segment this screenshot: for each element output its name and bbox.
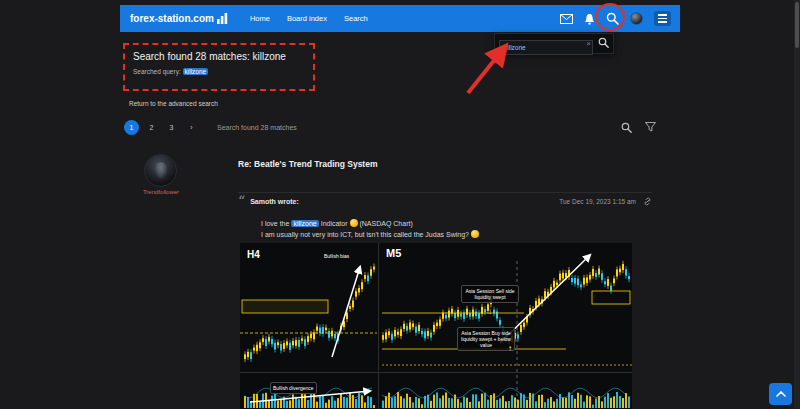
nav-board-index[interactable]: Board index (287, 14, 327, 23)
post-link-icon[interactable] (643, 197, 652, 206)
header-icons (560, 11, 671, 26)
post-body-line-1: I love the killzone Indicator 😍 (NASDAQ … (261, 218, 653, 229)
nav-search[interactable]: Search (344, 14, 368, 23)
down-arrow-marker: ↓ (488, 307, 492, 316)
post-meta-right: Tue Dec 19, 2023 1:15 am (559, 197, 652, 206)
chart-timeframe-label-m5: M5 (386, 247, 401, 259)
scrollbar-thumb[interactable] (795, 2, 799, 48)
grinning-emoji-icon: 😄 (471, 230, 479, 238)
site-logo[interactable]: forex-station.com (130, 13, 228, 24)
scrollbar-track (794, 0, 800, 409)
hamburger-menu-button[interactable] (654, 11, 671, 26)
search-icon[interactable] (606, 12, 619, 25)
post-meta-row: “ Samoth wrote: Tue Dec 19, 2023 1:15 am (238, 197, 652, 206)
searched-query-term: killzone (183, 68, 209, 75)
scroll-to-top-button[interactable] (769, 383, 792, 405)
chart-annotation-bullish-divergence: Bullish divergence (270, 382, 317, 394)
quote-author[interactable]: Samoth wrote: (250, 198, 299, 205)
messages-envelope-icon[interactable] (560, 14, 573, 24)
clear-search-icon[interactable]: × (586, 39, 591, 48)
site-title: forex-station.com (130, 13, 214, 24)
pagination-row: 1 2 3 › Search found 28 matches (124, 115, 676, 139)
nav-home[interactable]: Home (250, 14, 270, 23)
chart-annotation-bullish-bias: Bullish bias (324, 253, 349, 259)
page-next-button[interactable]: › (184, 120, 199, 135)
searched-query-line: Searched query: killzone (133, 68, 305, 75)
page-button-3[interactable]: 3 (164, 120, 179, 135)
results-summary: Search found 28 matches (217, 124, 297, 131)
post-body: I love the killzone Indicator 😍 (NASDAQ … (261, 218, 653, 240)
body-text: Indicator (321, 220, 348, 227)
body-text: I love the (261, 220, 289, 227)
post-divider (238, 192, 652, 193)
up-arrow-marker: ↑ (508, 344, 512, 353)
searched-query-label: Searched query: (133, 68, 181, 75)
top-navigation-bar: forex-station.com Home Board index Searc… (120, 5, 680, 32)
results-search-icon[interactable] (621, 122, 632, 133)
search-input[interactable] (499, 40, 593, 55)
heart-eyes-emoji-icon: 😍 (350, 219, 358, 227)
pagination-icons (621, 122, 656, 133)
popover-search-button[interactable] (598, 36, 609, 51)
search-input-wrap: × (499, 36, 593, 51)
post-title[interactable]: Re: Beatle's Trend Trading System (238, 159, 377, 169)
results-heading: Search found 28 matches: killzone (133, 51, 305, 62)
poster-username[interactable]: Trendfollower (119, 189, 203, 195)
quote-open-icon: “ (238, 197, 245, 206)
poster-avatar[interactable] (144, 154, 177, 187)
highlighted-term: killzone (291, 220, 318, 227)
main-nav: Home Board index Search (250, 14, 368, 23)
search-results-callout: Search found 28 matches: killzone Search… (123, 43, 315, 91)
chevron-up-icon (776, 391, 786, 397)
brand-bars-icon (217, 13, 228, 24)
chart-annotation-sell-liquidity: Asia Session Sell side liquidity swept (461, 285, 519, 303)
body-text: (NASDAQ Chart) (359, 220, 412, 227)
search-submit-icon (598, 37, 609, 48)
chart-timeframe-label-h4: H4 (247, 249, 260, 260)
search-popover: × (494, 33, 614, 54)
post-body-line-2: I am usually not very into ICT, but isn'… (261, 229, 653, 240)
post-timestamp: Tue Dec 19, 2023 1:15 am (559, 198, 636, 205)
notifications-bell-icon[interactable] (584, 13, 595, 25)
advanced-search-link[interactable]: Return to the advanced search (129, 100, 218, 107)
chart-annotation-buy-liquidity: Asia Session Buy side liquidity swept + … (457, 327, 515, 351)
posted-chart-image[interactable]: H4 M5 Bullish bias Bullish divergence As… (240, 243, 632, 409)
page-button-1[interactable]: 1 (124, 120, 139, 135)
user-avatar-mini[interactable] (630, 12, 643, 25)
body-text: I am usually not very into ICT, but isn'… (261, 231, 469, 238)
filter-funnel-icon[interactable] (645, 122, 656, 132)
page-button-2[interactable]: 2 (144, 120, 159, 135)
